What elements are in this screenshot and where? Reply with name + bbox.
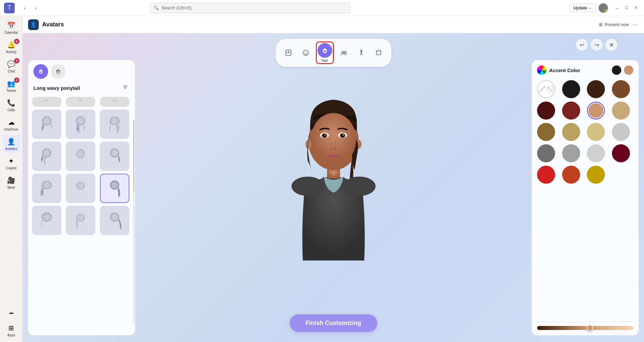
sidebar-item-activity[interactable]: 6 🔔 Activity — [3, 38, 20, 56]
color-swatch-redbrown[interactable] — [562, 102, 580, 120]
update-button[interactable]: Update ··· — [569, 4, 596, 12]
hair-item-h9-selected[interactable] — [100, 174, 129, 203]
color-swatch-darkgray[interactable] — [537, 144, 555, 162]
hair-item-h7[interactable] — [32, 174, 61, 203]
sidebar-label-apps: Apps — [7, 333, 15, 337]
toolbar-pose-button[interactable] — [354, 45, 369, 60]
maximize-button[interactable]: ☐ — [623, 4, 631, 12]
sidebar-item-calls[interactable]: 📞 Calls — [3, 96, 20, 114]
sidebar-item-apps[interactable]: ⊞ Apps — [3, 321, 20, 339]
finish-customizing-button[interactable]: Finish Customizing — [290, 314, 377, 332]
svg-line-66 — [548, 87, 553, 92]
color-swatch-darkgold[interactable] — [562, 123, 580, 141]
color-swatch-darkred[interactable] — [537, 102, 555, 120]
color-swatch-silver[interactable] — [612, 123, 630, 141]
nav-back-button[interactable]: ‹ — [20, 3, 29, 13]
undo-button[interactable]: ↩ — [576, 39, 588, 51]
svg-point-61 — [343, 134, 344, 136]
color-swatch-darkmaroon[interactable] — [612, 144, 630, 162]
app-header-icon: 👤 — [28, 19, 39, 30]
toolbar-pose-wrapper — [354, 45, 369, 60]
slider-thumb[interactable] — [587, 325, 593, 331]
svg-point-21 — [79, 100, 83, 101]
color-swatch-goldbrown[interactable] — [537, 123, 555, 141]
color-swatch-brown[interactable] — [612, 80, 630, 98]
title-bar-right: Update ··· — ☐ ✕ — [569, 3, 640, 13]
hair-item-h1[interactable] — [32, 110, 61, 139]
app-header: 👤 Avatars ⊞ Present now ··· — [23, 16, 644, 33]
present-now-button[interactable]: ⊞ Present now — [596, 21, 631, 28]
color-swatch-tan[interactable] — [612, 102, 630, 120]
toolbar-face-button[interactable] — [298, 45, 313, 60]
color-swatch-none[interactable] — [537, 80, 555, 98]
sidebar-item-more[interactable]: ••• — [3, 307, 20, 320]
hair-item-h6[interactable] — [100, 142, 129, 171]
color-wheel-icon — [537, 65, 546, 75]
hair-item-h0c[interactable] — [100, 97, 129, 107]
hair-item-h11[interactable] — [66, 206, 95, 235]
calls-icon: 📞 — [7, 98, 16, 108]
editor-close-button[interactable]: ✕ — [605, 39, 617, 51]
hair-item-h4[interactable] — [32, 142, 61, 171]
color-swatch-darkbrown[interactable] — [587, 80, 605, 98]
user-avatar[interactable] — [599, 3, 608, 13]
search-placeholder: Search (Ctrl+E) — [161, 5, 191, 10]
scroll-thumb — [133, 120, 134, 191]
editor-secondary-toolbar: ↩ ↪ ✕ — [576, 39, 617, 51]
sidebar-label-onedrive: OneDrive — [4, 128, 18, 132]
svg-point-63 — [334, 148, 337, 150]
hair-item-h0a[interactable] — [32, 97, 61, 107]
svg-point-51 — [305, 140, 311, 149]
nav-forward-button[interactable]: › — [31, 3, 40, 13]
sidebar-item-chat[interactable]: 5 💬 Chat — [3, 57, 20, 75]
color-slider-container — [537, 322, 633, 330]
panel-header: Long wavy ponytail — [28, 81, 135, 96]
panel-tab-hair[interactable] — [33, 64, 48, 79]
hair-item-h2[interactable] — [66, 110, 95, 139]
close-button[interactable]: ✕ — [632, 4, 640, 12]
selected-color-swatch-2[interactable] — [624, 65, 633, 75]
color-swatch-warmtan[interactable] — [587, 102, 605, 120]
search-bar[interactable]: 🔍 Search (Ctrl+E) — [150, 3, 350, 13]
sidebar-label-calendar: Calendar — [4, 31, 18, 35]
toolbar-hair-button[interactable] — [317, 43, 332, 58]
toolbar-outfit-button[interactable] — [371, 45, 386, 60]
sidebar-item-avatars[interactable]: 👤 Avatars — [3, 135, 20, 153]
hair-item-h5[interactable] — [66, 142, 95, 171]
minimize-button[interactable]: — — [613, 4, 621, 12]
color-swatch-lightgray[interactable] — [587, 144, 605, 162]
panel-title: Long wavy ponytail — [33, 85, 80, 91]
hair-item-h10[interactable] — [32, 206, 61, 235]
filter-button[interactable] — [121, 83, 130, 93]
sidebar-item-calendar[interactable]: 📅 Calendar — [3, 19, 20, 37]
svg-point-22 — [113, 100, 117, 101]
hair-item-h0b[interactable] — [66, 97, 95, 107]
panel-tab-hat[interactable] — [51, 64, 66, 79]
color-swatch-black[interactable] — [562, 80, 580, 98]
sidebar-item-teams[interactable]: 2 👥 Teams — [3, 77, 20, 95]
color-slider[interactable] — [537, 326, 633, 330]
header-more-options-button[interactable]: ··· — [632, 20, 639, 29]
color-swatch-orange[interactable] — [562, 166, 580, 184]
sidebar-item-onedrive[interactable]: ☁ OneDrive — [3, 116, 20, 134]
title-bar-left: T ‹ › — [4, 3, 40, 13]
hair-item-h8[interactable] — [66, 174, 95, 203]
color-swatch-gray[interactable] — [562, 144, 580, 162]
color-swatch-lightgold[interactable] — [587, 123, 605, 141]
toolbar-template-button[interactable] — [281, 45, 296, 60]
hair-item-h3[interactable] — [100, 110, 129, 139]
toolbar-outfit-wrapper — [371, 45, 386, 60]
svg-point-38 — [78, 183, 84, 189]
sidebar-item-copilot[interactable]: ✦ Copilot — [3, 154, 20, 172]
color-swatch-yellow[interactable] — [587, 166, 605, 184]
avatars-icon: 👤 — [7, 137, 16, 146]
color-swatch-red[interactable] — [537, 166, 555, 184]
sidebar-item-meet[interactable]: 🎥 Meet — [3, 174, 20, 192]
hair-item-h12[interactable] — [100, 206, 129, 235]
svg-point-9 — [344, 51, 346, 53]
redo-button[interactable]: ↪ — [591, 39, 603, 51]
selected-color-swatch-1[interactable] — [612, 65, 621, 75]
svg-point-64 — [291, 177, 324, 196]
sidebar-label-teams: Teams — [6, 89, 16, 93]
toolbar-group-button[interactable] — [337, 45, 351, 60]
